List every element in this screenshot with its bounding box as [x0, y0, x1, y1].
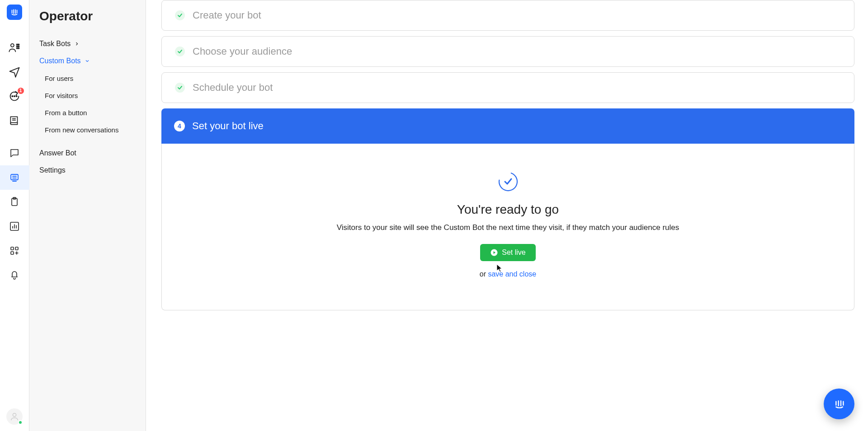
svg-point-5 [18, 46, 19, 47]
main-content: Create your bot Choose your audience Sch… [146, 0, 868, 431]
svg-point-4 [17, 46, 18, 47]
step-number-badge: 4 [174, 121, 185, 131]
check-circle-icon [175, 46, 185, 57]
intercom-logo-icon [9, 7, 19, 17]
play-circle-icon [490, 248, 498, 257]
app-logo[interactable] [7, 5, 22, 20]
rail-reports[interactable] [0, 214, 29, 239]
step-set-live: 4 Set your bot live You're ready to go V… [161, 108, 854, 310]
message-square-icon [9, 148, 20, 159]
nav-for-visitors[interactable]: For visitors [29, 87, 146, 104]
svg-point-8 [14, 96, 15, 97]
svg-point-20 [175, 47, 185, 56]
svg-point-18 [13, 413, 16, 417]
svg-point-1 [11, 44, 14, 47]
nav-answer-bot[interactable]: Answer Bot [29, 145, 146, 162]
ready-check-icon [497, 171, 519, 192]
book-icon [9, 115, 20, 126]
nav-task-bots-label: Task Bots [39, 40, 71, 48]
save-close-row: or save and close [180, 270, 836, 278]
set-live-label: Set live [502, 248, 525, 257]
svg-rect-11 [11, 174, 18, 180]
rail-operator[interactable] [0, 165, 29, 190]
rail-messages[interactable] [0, 60, 29, 84]
svg-point-9 [12, 96, 13, 97]
icon-rail: 1 [0, 0, 29, 431]
svg-point-7 [18, 48, 19, 49]
step-title: Set your bot live [192, 120, 264, 132]
apps-grid-icon [9, 245, 20, 256]
bell-icon [9, 270, 20, 281]
ready-title: You're ready to go [180, 202, 836, 217]
send-icon [8, 66, 21, 78]
chevron-right-icon [74, 41, 80, 47]
inbox-badge: 1 [18, 88, 24, 94]
svg-rect-16 [15, 247, 18, 250]
step-choose-audience[interactable]: Choose your audience [161, 36, 854, 67]
clipboard-icon [9, 197, 20, 207]
people-icon [8, 41, 21, 54]
step-create-bot[interactable]: Create your bot [161, 0, 854, 31]
rail-clipboard[interactable] [0, 190, 29, 214]
sidebar-title: Operator [29, 8, 146, 35]
intercom-launcher-icon [832, 397, 846, 411]
check-circle-icon [175, 10, 185, 21]
set-live-button[interactable]: Set live [480, 244, 535, 261]
bar-chart-icon [9, 221, 20, 232]
svg-point-6 [17, 48, 18, 49]
rail-articles[interactable] [0, 108, 29, 133]
avatar-placeholder-icon [9, 412, 19, 422]
rail-people[interactable] [0, 35, 29, 60]
svg-point-21 [175, 83, 185, 93]
svg-rect-15 [11, 247, 14, 250]
svg-point-10 [16, 96, 17, 97]
rail-inbox[interactable]: 1 [0, 84, 29, 108]
operator-icon [9, 172, 20, 183]
svg-point-19 [175, 10, 185, 20]
nav-task-bots[interactable]: Task Bots [29, 35, 146, 52]
svg-rect-17 [11, 252, 14, 254]
save-and-close-link[interactable]: save and close [488, 270, 536, 278]
nav-custom-bots-label: Custom Bots [39, 57, 81, 65]
step-schedule-bot[interactable]: Schedule your bot [161, 72, 854, 103]
rail-apps[interactable] [0, 239, 29, 263]
ready-subtitle: Visitors to your site will see the Custo… [180, 223, 836, 232]
step-title: Schedule your bot [193, 82, 273, 94]
rail-notifications[interactable] [0, 263, 29, 287]
rail-chat[interactable] [0, 141, 29, 165]
svg-point-2 [17, 44, 18, 45]
user-avatar[interactable] [6, 408, 23, 425]
nav-from-button[interactable]: From a button [29, 104, 146, 121]
chevron-down-icon [85, 58, 90, 64]
nav-from-new-conv[interactable]: From new conversations [29, 121, 146, 138]
sidebar: Operator Task Bots Custom Bots For users… [29, 0, 146, 431]
svg-point-22 [497, 171, 519, 192]
nav-settings[interactable]: Settings [29, 162, 146, 179]
step-title: Choose your audience [193, 46, 292, 57]
check-circle-icon [175, 82, 185, 93]
svg-point-3 [18, 44, 19, 45]
step-title: Create your bot [193, 9, 261, 21]
nav-custom-bots[interactable]: Custom Bots [29, 52, 146, 70]
chat-launcher[interactable] [824, 389, 854, 419]
presence-dot [18, 420, 23, 425]
nav-for-users[interactable]: For users [29, 70, 146, 87]
